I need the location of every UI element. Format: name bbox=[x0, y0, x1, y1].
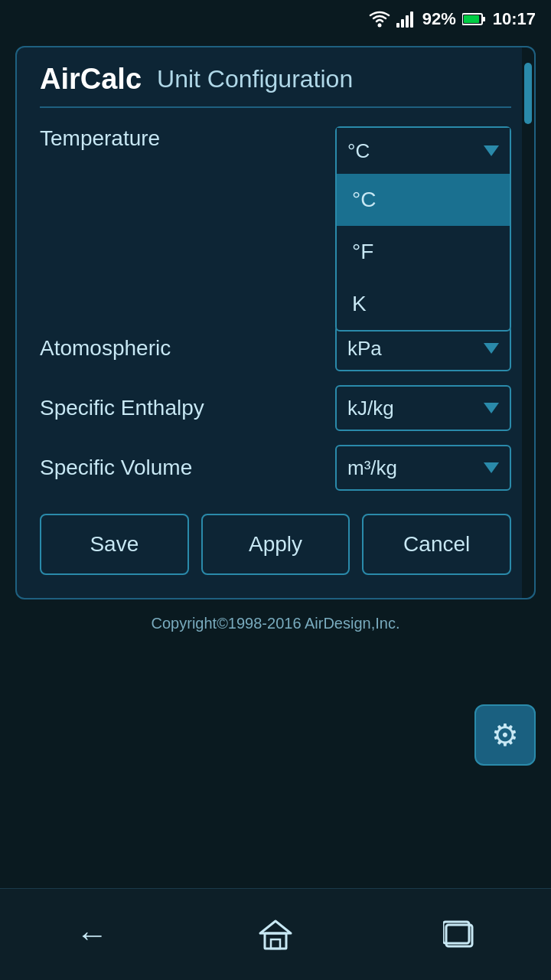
home-button[interactable] bbox=[245, 904, 306, 965]
settings-button[interactable]: ⚙ bbox=[474, 704, 536, 766]
back-icon: ← bbox=[76, 916, 108, 953]
action-buttons: Save Apply Cancel bbox=[40, 514, 511, 575]
svg-rect-1 bbox=[396, 23, 399, 28]
copyright-text: Copyright©1998-2016 AirDesign,Inc. bbox=[0, 615, 551, 640]
specific-volume-arrow bbox=[484, 462, 499, 473]
page-title: Unit Configuration bbox=[157, 65, 353, 93]
temperature-dropdown-open[interactable]: °C °C °F K bbox=[335, 126, 511, 332]
atmospheric-dropdown[interactable]: kPa bbox=[335, 325, 511, 371]
temperature-dropdown-arrow bbox=[484, 145, 499, 156]
wifi-icon bbox=[369, 11, 390, 28]
specific-enthalpy-arrow bbox=[484, 403, 499, 413]
back-button[interactable]: ← bbox=[61, 904, 122, 965]
specific-enthalpy-label: Specific Enthalpy bbox=[40, 396, 335, 420]
battery-level: 92% bbox=[422, 9, 456, 29]
svg-rect-10 bbox=[271, 939, 280, 949]
svg-rect-3 bbox=[406, 15, 409, 28]
specific-enthalpy-dropdown[interactable]: kJ/kg bbox=[335, 385, 511, 431]
recent-icon bbox=[443, 919, 475, 951]
specific-enthalpy-value: kJ/kg bbox=[347, 397, 394, 420]
svg-rect-9 bbox=[265, 933, 286, 949]
scrollbar-thumb[interactable] bbox=[524, 63, 532, 124]
specific-enthalpy-row: Specific Enthalpy kJ/kg bbox=[40, 385, 511, 431]
svg-rect-7 bbox=[464, 15, 479, 23]
specific-volume-value: m³/kg bbox=[347, 456, 397, 480]
svg-rect-6 bbox=[482, 17, 485, 21]
temperature-option-kelvin[interactable]: K bbox=[337, 278, 510, 330]
app-title: AirCalc bbox=[40, 63, 142, 96]
svg-rect-2 bbox=[401, 19, 404, 28]
signal-icon bbox=[396, 11, 416, 28]
home-icon bbox=[257, 916, 294, 953]
nav-bar: ← bbox=[0, 888, 551, 980]
temperature-dropdown-header[interactable]: °C bbox=[337, 128, 510, 174]
cancel-button[interactable]: Cancel bbox=[362, 514, 511, 575]
save-button[interactable]: Save bbox=[40, 514, 189, 575]
status-bar: 92% 10:17 bbox=[0, 0, 551, 38]
svg-rect-4 bbox=[410, 11, 413, 28]
specific-volume-dropdown[interactable]: m³/kg bbox=[335, 445, 511, 491]
status-icons: 92% 10:17 bbox=[369, 9, 536, 29]
specific-volume-label: Specific Volume bbox=[40, 456, 335, 480]
temperature-option-celsius[interactable]: °C bbox=[337, 174, 510, 226]
scrollbar-track[interactable] bbox=[522, 47, 534, 598]
atmospheric-arrow bbox=[484, 343, 499, 354]
battery-icon bbox=[462, 12, 487, 26]
temperature-selected-display: °C bbox=[347, 139, 370, 163]
svg-point-0 bbox=[377, 24, 381, 28]
temperature-option-fahrenheit[interactable]: °F bbox=[337, 226, 510, 278]
atmospheric-label: Atomospheric bbox=[40, 336, 335, 361]
atmospheric-row: Atomospheric kPa bbox=[40, 325, 511, 371]
gear-icon: ⚙ bbox=[491, 717, 519, 753]
clock: 10:17 bbox=[493, 9, 536, 29]
recent-button[interactable] bbox=[429, 904, 490, 965]
apply-button[interactable]: Apply bbox=[201, 514, 350, 575]
svg-marker-8 bbox=[260, 921, 291, 933]
dialog-card: AirCalc Unit Configuration Temperature °… bbox=[15, 46, 536, 599]
temperature-row: Temperature °C °C °F K bbox=[40, 126, 511, 151]
dialog-header: AirCalc Unit Configuration bbox=[40, 63, 511, 108]
atmospheric-value: kPa bbox=[347, 337, 382, 361]
specific-volume-row: Specific Volume m³/kg bbox=[40, 445, 511, 491]
